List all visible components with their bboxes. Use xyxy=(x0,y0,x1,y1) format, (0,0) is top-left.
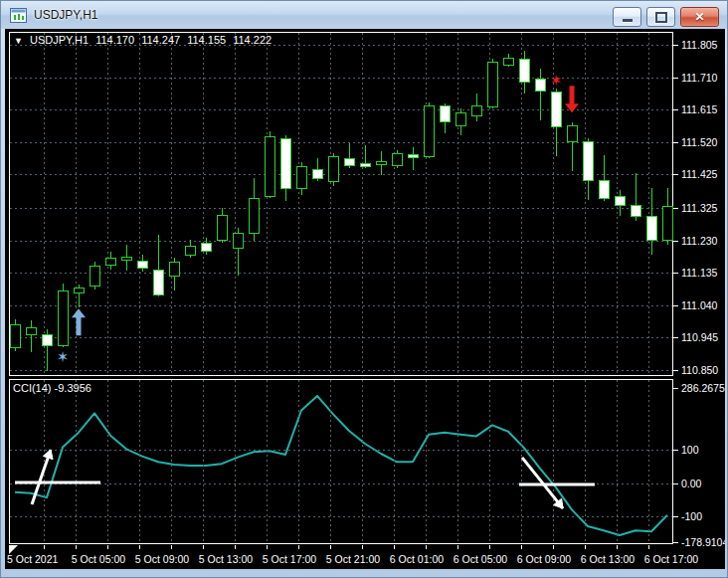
candle xyxy=(91,262,100,289)
candle-body xyxy=(584,142,594,181)
candle-body xyxy=(329,157,339,182)
chart-window-icon[interactable] xyxy=(10,8,27,23)
time-axis-label: 6 Oct 17:00 xyxy=(644,553,698,565)
main-panel-frame[interactable] xyxy=(10,33,673,376)
time-axis-label: 5 Oct 17:00 xyxy=(263,553,316,565)
candle-body xyxy=(75,289,85,293)
restore-icon xyxy=(655,12,667,23)
candle-body xyxy=(170,263,180,277)
candle-body xyxy=(59,291,69,346)
time-axis[interactable]: 5 Oct 20215 Oct 05:005 Oct 09:005 Oct 13… xyxy=(7,545,698,565)
price-axis-label: 111.805 xyxy=(681,39,718,51)
price-axis-label: 110.945 xyxy=(681,331,718,343)
candle-body xyxy=(234,234,244,249)
chart-client-area[interactable]: ✶✶111.805111.710111.615111.520111.425111… xyxy=(5,29,725,569)
candle-body xyxy=(11,325,21,348)
candle-body xyxy=(536,80,546,92)
title-bar[interactable]: USDJPY,H1 ✕ xyxy=(1,1,727,29)
candle-body xyxy=(154,271,164,295)
close-button[interactable]: ✕ xyxy=(680,7,719,27)
time-axis-label: 5 Oct 2021 xyxy=(7,553,59,565)
minimize-icon xyxy=(623,19,633,22)
minimize-button[interactable] xyxy=(613,7,641,27)
price-axis-label: 111.135 xyxy=(681,267,718,279)
candle xyxy=(425,102,435,158)
candle-body xyxy=(616,197,626,206)
candle-body xyxy=(520,60,530,83)
candle-body xyxy=(138,262,148,269)
chart-canvas[interactable]: ✶✶111.805111.710111.615111.520111.425111… xyxy=(5,29,725,569)
time-axis-label: 6 Oct 01:00 xyxy=(390,553,444,565)
candle-body xyxy=(122,258,132,261)
cci-axis-label: -178.9104 xyxy=(681,536,725,548)
candle-body xyxy=(297,167,307,189)
terminal-chart-window: USDJPY,H1 ✕ ✶✶111.805111.710111.615111.5… xyxy=(0,0,728,578)
sell-star[interactable]: ✶ xyxy=(550,72,563,89)
candle-body xyxy=(647,217,657,241)
price-axis-label: 110.850 xyxy=(681,364,718,376)
price-axis-label: 111.325 xyxy=(681,202,718,214)
candle-body xyxy=(218,216,228,241)
price-axis-label: 111.615 xyxy=(681,103,718,115)
price-axis-label: 111.520 xyxy=(681,136,718,148)
price-axis-label: 111.710 xyxy=(681,72,718,84)
candle-body xyxy=(43,335,53,346)
candle-body xyxy=(568,126,578,142)
time-axis-label: 5 Oct 13:00 xyxy=(199,553,253,565)
candle xyxy=(329,153,339,186)
cci-axis-label: -100 xyxy=(681,510,702,522)
candle-body xyxy=(663,207,673,241)
candle-body xyxy=(266,137,275,197)
candle-body xyxy=(472,106,482,116)
time-axis-label: 6 Oct 13:00 xyxy=(581,553,635,565)
candle-body xyxy=(202,244,212,252)
time-axis-label: 6 Oct 09:00 xyxy=(517,553,571,565)
cci-axis-label: 286.2675 xyxy=(681,382,725,394)
candle-body xyxy=(106,259,116,266)
candle-body xyxy=(361,164,371,167)
cci-axis-label: 100 xyxy=(681,444,699,456)
candle-body xyxy=(488,63,498,107)
time-axis-label: 5 Oct 21:00 xyxy=(326,553,380,565)
candle-body xyxy=(409,155,419,158)
close-icon: ✕ xyxy=(694,11,704,23)
time-axis-label: 5 Oct 05:00 xyxy=(72,553,125,565)
candle-body xyxy=(552,93,562,127)
candle-body xyxy=(250,199,260,234)
price-axis-label: 111.230 xyxy=(681,235,718,247)
cci-axis[interactable]: 286.26751000.00-100-178.9104 xyxy=(673,382,725,548)
restore-button[interactable] xyxy=(646,7,675,27)
candle-body xyxy=(27,328,37,335)
candle-body xyxy=(377,162,387,165)
price-axis-label: 111.425 xyxy=(681,168,718,180)
price-axis-label: 111.040 xyxy=(681,299,718,311)
candle-body xyxy=(600,181,610,199)
cci-panel[interactable] xyxy=(10,380,673,544)
window-title: USDJPY,H1 xyxy=(34,8,97,22)
candle-body xyxy=(345,159,355,166)
candle xyxy=(266,131,275,198)
candle-body xyxy=(313,170,323,179)
candle-body xyxy=(91,267,100,287)
window-controls: ✕ xyxy=(613,7,719,27)
candle-body xyxy=(186,247,196,256)
cci-panel-frame[interactable] xyxy=(10,380,673,544)
price-axis[interactable]: 111.805111.710111.615111.520111.425111.3… xyxy=(673,39,718,376)
candle-body xyxy=(393,154,403,166)
time-axis-label: 5 Oct 09:00 xyxy=(135,553,189,565)
candle-body xyxy=(425,106,435,157)
main-chart-panel[interactable] xyxy=(10,33,673,376)
buy-star[interactable]: ✶ xyxy=(57,348,70,365)
candle-body xyxy=(456,113,466,126)
candle-body xyxy=(441,106,451,122)
cci-axis-label: 0.00 xyxy=(681,478,702,489)
candle xyxy=(59,284,69,347)
candle-body xyxy=(281,139,291,189)
candle-body xyxy=(632,206,641,217)
candle xyxy=(488,59,498,108)
time-axis-label: 6 Oct 05:00 xyxy=(454,553,507,565)
candle-body xyxy=(504,59,514,66)
